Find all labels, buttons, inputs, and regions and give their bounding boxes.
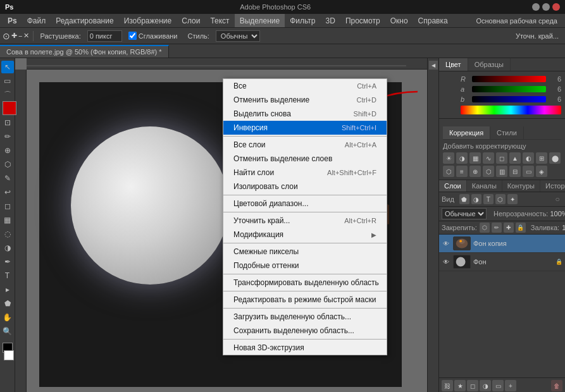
document-tab[interactable]: Сова в полете.jpg @ 50% (Фон копия, RGB/… — [0, 45, 169, 58]
feather-input[interactable] — [87, 30, 122, 42]
foreground-color-swatch[interactable] — [3, 101, 16, 115]
tool-crop[interactable]: ⊡ — [1, 116, 14, 129]
tool-eraser[interactable]: ◻ — [1, 200, 14, 212]
new-layer-btn[interactable]: + — [505, 380, 516, 391]
menu-quick-mask[interactable]: Редактировать в режиме быстрой маски — [223, 293, 387, 307]
tool-gradient[interactable]: ▦ — [1, 214, 14, 226]
menu-inverse[interactable]: Инверсия Shift+Ctrl+I — [223, 121, 387, 135]
panel-collapse-btn[interactable]: ◀ — [427, 58, 438, 392]
menu-load-selection[interactable]: Загрузить выделенную область... — [223, 310, 387, 324]
tool-heal[interactable]: ⊕ — [1, 144, 14, 157]
tool-move[interactable]: ↖ — [1, 61, 14, 73]
layer-item-0[interactable]: 👁 Фон копия — [439, 235, 565, 253]
posterize-icon[interactable]: ▥ — [496, 166, 507, 177]
tab-corrections[interactable]: Коррекция — [443, 126, 490, 139]
menu-filter[interactable]: Фильтр — [285, 14, 320, 27]
menu-view[interactable]: Просмотр — [340, 14, 385, 27]
menu-help[interactable]: Справка — [413, 14, 453, 27]
menu-selection[interactable]: Выделение — [235, 14, 285, 27]
tool-path-select[interactable]: ▸ — [1, 283, 14, 296]
background-color[interactable] — [4, 350, 14, 360]
menu-3d[interactable]: 3D — [321, 14, 340, 27]
add-mask-btn[interactable]: ◻ — [467, 380, 478, 391]
tool-history-brush[interactable]: ↩ — [1, 186, 14, 199]
brightness-icon[interactable]: ☀ — [443, 152, 454, 164]
hue-icon[interactable]: ◐ — [523, 152, 534, 164]
maximize-btn[interactable] — [542, 3, 550, 11]
channelmix-icon[interactable]: ≡ — [456, 166, 468, 177]
colorbalance-icon[interactable]: ⊞ — [536, 152, 547, 164]
menu-text[interactable]: Текст — [205, 14, 234, 27]
gradmap-icon[interactable]: ▭ — [523, 166, 534, 177]
menu-refine-edge[interactable]: Уточнить край... Alt+Ctrl+R — [223, 214, 387, 228]
add-style-btn[interactable]: ★ — [454, 380, 466, 391]
layer-item-1[interactable]: 👁 Фон 🔒 — [439, 253, 565, 271]
bw-icon[interactable]: ⬤ — [549, 152, 561, 164]
tab-styles[interactable]: Стили — [490, 126, 524, 139]
channel-a-bar[interactable] — [472, 86, 546, 92]
tool-shape[interactable]: ⬟ — [1, 297, 14, 310]
tool-type[interactable]: T — [1, 269, 14, 282]
menu-deselect-layers[interactable]: Отменить выделение слоев — [223, 152, 387, 166]
contrast-icon[interactable]: ◑ — [456, 152, 468, 164]
layer-1-visibility[interactable]: 👁 — [442, 257, 450, 266]
tab-channels[interactable]: Каналы — [467, 180, 502, 192]
tool-pen[interactable]: ✒ — [1, 255, 14, 268]
menu-select-all[interactable]: Все Ctrl+A — [223, 79, 387, 93]
exposure-icon[interactable]: ◻ — [496, 152, 507, 164]
menu-all-layers[interactable]: Все слои Alt+Ctrl+A — [223, 138, 387, 152]
curves-icon[interactable]: ∿ — [483, 152, 494, 164]
delete-layer-btn[interactable]: 🗑 — [551, 380, 562, 391]
selectcolor-icon[interactable]: ◈ — [536, 166, 547, 177]
menu-3d-extrusion[interactable]: Новая 3D-экструзия — [223, 341, 387, 355]
smooth-check[interactable] — [128, 32, 137, 40]
menu-find-layers[interactable]: Найти слои Alt+Shift+Ctrl+F — [223, 166, 387, 180]
menu-isolate-layers[interactable]: Изолировать слои — [223, 180, 387, 193]
tool-eyedropper[interactable]: ✏ — [1, 130, 14, 143]
menu-modify[interactable]: Модификация ▶ — [223, 228, 387, 242]
tool-zoom[interactable]: 🔍 — [1, 325, 14, 338]
channel-r-bar[interactable] — [472, 76, 546, 82]
tool-brush[interactable]: ⬡ — [1, 158, 14, 171]
smooth-checkbox[interactable]: Сглаживани — [125, 32, 182, 40]
menu-window[interactable]: Окно — [385, 14, 413, 27]
filter-smart-icon[interactable]: ✦ — [507, 194, 518, 204]
filter-pixel-icon[interactable]: ⬟ — [459, 194, 469, 204]
vibrance-icon[interactable]: ▲ — [509, 152, 521, 164]
channel-b-bar[interactable] — [472, 96, 546, 102]
colorsearch-icon[interactable]: ⊕ — [469, 166, 481, 177]
canvas-content[interactable]: Все Ctrl+A Отменить выделение Ctrl+D Выд… — [27, 70, 427, 392]
tab-history[interactable]: История — [540, 180, 565, 192]
menu-similar-tones[interactable]: Подобные оттенки — [223, 259, 387, 273]
tool-select-rect[interactable]: ▭ — [1, 75, 14, 87]
tab-color[interactable]: Цвет — [439, 58, 468, 71]
threshold-icon[interactable]: ⊟ — [509, 166, 521, 177]
new-group-btn[interactable]: ▭ — [492, 380, 504, 391]
tool-dodge[interactable]: ◑ — [1, 242, 14, 254]
menu-transform-selection[interactable]: Трансформировать выделенную область — [223, 276, 387, 290]
levels-icon[interactable]: ▦ — [469, 152, 481, 164]
menu-deselect[interactable]: Отменить выделение Ctrl+D — [223, 93, 387, 107]
blend-mode-select[interactable]: Обычные — [442, 208, 487, 219]
adjustment-btn[interactable]: ◑ — [480, 380, 491, 391]
tool-blur[interactable]: ◌ — [1, 228, 14, 240]
filter-type-icon[interactable]: T — [483, 194, 494, 204]
tool-lasso[interactable]: ⌒ — [1, 89, 14, 101]
filter-adjustment-icon[interactable]: ◑ — [471, 194, 481, 204]
menu-ps[interactable]: Ps — [3, 14, 22, 27]
menu-image[interactable]: Изображение — [119, 14, 177, 27]
link-layers-btn[interactable]: ⛓ — [442, 380, 453, 391]
lock-all-icon[interactable]: 🔒 — [516, 223, 526, 233]
menu-color-range[interactable]: Цветовой диапазон... — [223, 197, 387, 211]
menu-edit[interactable]: Редактирование — [51, 14, 118, 27]
tab-layers[interactable]: Слои — [439, 180, 467, 192]
lock-transparent-icon[interactable]: ⬡ — [480, 223, 490, 233]
menu-similar-pixels[interactable]: Смежные пикселы — [223, 245, 387, 259]
collapse-right-icon[interactable]: ◀ — [429, 61, 438, 70]
style-select[interactable]: Обычный — [216, 30, 260, 42]
menu-layers[interactable]: Слои — [177, 14, 205, 27]
close-btn[interactable] — [552, 3, 560, 11]
invert-icon[interactable]: ⬡ — [483, 166, 494, 177]
tool-clone[interactable]: ✎ — [1, 172, 14, 185]
lock-position-icon[interactable]: ✚ — [504, 223, 514, 233]
